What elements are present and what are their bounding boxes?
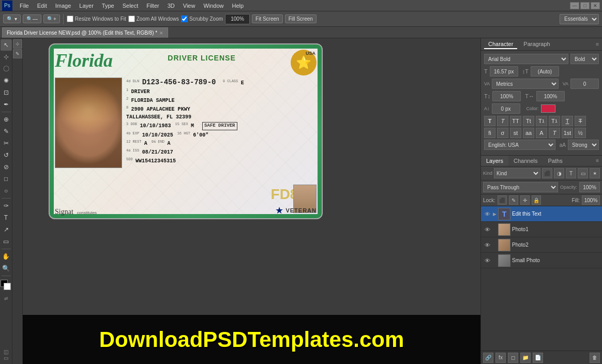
fraction-button[interactable]: ½ <box>575 128 586 138</box>
faux-bold-button[interactable]: T <box>484 116 495 126</box>
marquee-tool[interactable]: ⊹ <box>1 51 12 63</box>
menu-edit[interactable]: Edit <box>33 2 51 10</box>
quick-mask-button[interactable]: ◫ <box>4 349 8 355</box>
menu-view[interactable]: View <box>179 2 200 10</box>
menu-filter[interactable]: Filter <box>142 2 163 10</box>
pixel-filter-btn[interactable]: ⬛ <box>542 168 552 178</box>
layer-row-edit-text[interactable]: 👁 ▶ T Edit this Text <box>481 206 602 222</box>
tab-channels[interactable]: Channels <box>508 156 543 166</box>
move-tool[interactable]: ↖ <box>1 39 12 51</box>
font-family-select[interactable]: Arial Bold <box>484 54 568 64</box>
quick-select-tool[interactable]: ✺ <box>1 75 12 86</box>
smart-filter-btn[interactable]: ✶ <box>590 168 600 178</box>
layer-arrow-edit-text[interactable]: ▶ <box>493 211 496 217</box>
link-layers-btn[interactable]: 🔗 <box>483 353 493 363</box>
menu-layer[interactable]: Layer <box>75 2 98 10</box>
tab-character[interactable]: Character <box>484 40 517 49</box>
new-group-btn[interactable]: 📁 <box>520 353 531 363</box>
opt-btn-2[interactable]: ✎ <box>13 49 22 58</box>
tab-paragraph[interactable]: Paragraph <box>519 40 554 49</box>
background-color[interactable] <box>4 283 11 290</box>
kind-select[interactable]: Kind <box>494 168 540 178</box>
italic-t-button[interactable]: T <box>549 128 560 138</box>
horiz-scale-input[interactable] <box>536 91 565 101</box>
minimize-button[interactable]: — <box>570 2 579 9</box>
layer-eye-edit-text[interactable]: 👁 <box>483 210 491 218</box>
eyedropper-tool[interactable]: ✒ <box>1 99 12 110</box>
all-caps-button[interactable]: TT <box>510 116 521 126</box>
switch-colors-button[interactable]: ⇌ <box>4 296 8 301</box>
clone-tool[interactable]: ✂ <box>1 138 12 149</box>
ligature-sigma-button[interactable]: σ <box>497 128 508 138</box>
zoom-picker-button[interactable]: 🔍 ▾ <box>3 14 21 23</box>
layer-row-small-photo[interactable]: 👁 ▶ Small Photo <box>481 253 602 268</box>
zoom-out-button[interactable]: 🔍— <box>23 14 41 23</box>
aa-button[interactable]: aa <box>523 128 534 138</box>
close-button[interactable]: ✕ <box>591 2 600 9</box>
scrubby-zoom-checkbox[interactable]: Scrubby Zoom <box>181 16 223 22</box>
zoom-all-input[interactable] <box>128 16 135 22</box>
maximize-button[interactable]: □ <box>580 2 590 9</box>
menu-image[interactable]: Image <box>51 2 76 10</box>
delete-layer-btn[interactable]: 🗑 <box>590 353 600 363</box>
language-select[interactable]: English: USA <box>484 140 555 150</box>
superscript-button[interactable]: T1 <box>536 116 547 126</box>
lock-position-btn[interactable]: ✛ <box>520 195 530 205</box>
add-mask-btn[interactable]: ◻ <box>508 353 518 363</box>
aa2-button[interactable]: A <box>536 128 547 138</box>
layers-panel-expand[interactable]: ≡ <box>593 156 602 166</box>
eraser-tool[interactable]: ⊘ <box>1 161 12 173</box>
document-tab[interactable]: Florida Driver License NEW.psd @ 100% (E… <box>2 27 168 38</box>
small-caps-button[interactable]: Tt <box>523 116 534 126</box>
history-brush-tool[interactable]: ↺ <box>1 149 12 161</box>
tab-layers[interactable]: Layers <box>481 156 508 166</box>
opt-btn-1[interactable]: ⊹ <box>13 39 22 49</box>
baseline-input[interactable] <box>492 103 520 114</box>
workspace-select[interactable]: Essentials <box>560 14 599 24</box>
crop-tool[interactable]: ⊡ <box>1 87 12 98</box>
menu-type[interactable]: Type <box>98 2 118 10</box>
layer-eye-photo2[interactable]: 👁 <box>483 241 491 249</box>
hand-tool[interactable]: ✋ <box>1 251 12 262</box>
ligature-st-button[interactable]: st <box>510 128 521 138</box>
subscript-button[interactable]: T1 <box>549 116 560 126</box>
add-style-btn[interactable]: fx <box>495 353 506 363</box>
blend-mode-select[interactable]: Pass Through <box>483 182 558 192</box>
adjustment-filter-btn[interactable]: ◑ <box>554 168 564 178</box>
vert-scale-input[interactable] <box>492 91 521 101</box>
opacity-input[interactable] <box>579 182 600 192</box>
font-style-select[interactable]: Bold <box>570 54 599 64</box>
font-size-input[interactable] <box>490 66 518 77</box>
zoom-all-checkbox[interactable]: Zoom All Windows <box>128 16 179 22</box>
zoom-value-input[interactable] <box>225 14 250 24</box>
new-layer-btn[interactable]: 📄 <box>533 353 543 363</box>
lasso-tool[interactable]: 〇 <box>1 63 12 74</box>
tab-paths[interactable]: Paths <box>543 156 568 166</box>
fill-input[interactable] <box>582 195 600 205</box>
menu-file[interactable]: File <box>16 2 33 10</box>
zoom-tool-sidebar[interactable]: 🔍 <box>1 263 12 274</box>
path-select-tool[interactable]: ↗ <box>1 224 12 235</box>
menu-window[interactable]: Window <box>199 2 228 10</box>
zoom-in-button[interactable]: 🔍+ <box>43 14 60 23</box>
layer-eye-photo1[interactable]: 👁 <box>483 225 491 234</box>
tracking-input[interactable] <box>570 79 599 89</box>
shape-tool[interactable]: ▭ <box>1 236 12 247</box>
shape-filter-btn[interactable]: ▭ <box>578 168 588 178</box>
fill-screen-button[interactable]: Fill Screen <box>285 14 317 23</box>
color-swatch[interactable] <box>541 104 555 113</box>
ordinal-button[interactable]: 1st <box>562 128 573 138</box>
lock-paint-btn[interactable]: ✎ <box>509 195 518 205</box>
screen-mode-button[interactable]: ▭ <box>4 355 8 361</box>
menu-select[interactable]: Select <box>118 2 143 10</box>
type-tool[interactable]: T <box>1 212 12 223</box>
heal-tool[interactable]: ⊕ <box>1 114 12 125</box>
layer-row-photo1[interactable]: 👁 ▶ Photo1 <box>481 222 602 237</box>
menu-help[interactable]: Help <box>228 2 248 10</box>
resize-windows-checkbox[interactable]: Resize Windows to Fit <box>67 16 126 22</box>
underline-button[interactable]: T <box>562 116 573 126</box>
fit-screen-button[interactable]: Fit Screen <box>252 14 283 23</box>
resize-windows-input[interactable] <box>67 16 73 22</box>
aa-select[interactable]: Strong <box>568 140 599 150</box>
brush-tool[interactable]: ✎ <box>1 126 12 137</box>
